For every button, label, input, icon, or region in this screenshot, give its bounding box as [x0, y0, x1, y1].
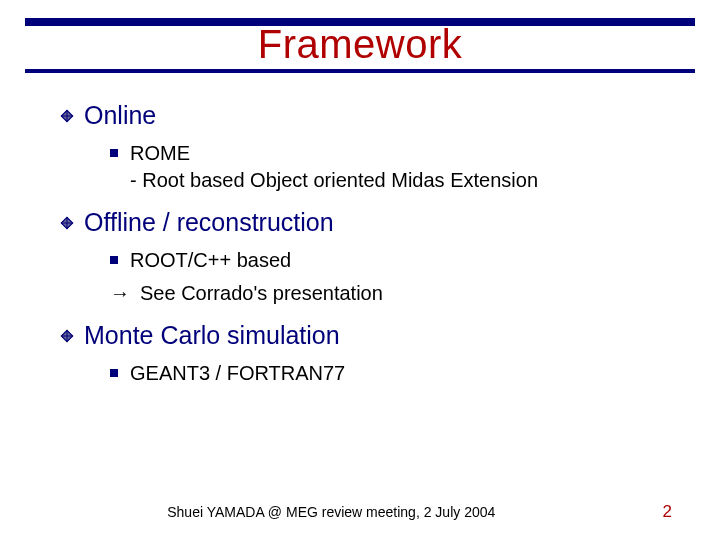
section-title-text: Online: [84, 101, 156, 130]
list-item-text: ROME - Root based Object oriented Midas …: [130, 140, 538, 194]
slide-title: Framework: [0, 22, 720, 67]
section-heading: Monte Carlo simulation: [60, 321, 670, 350]
arrow-icon: →: [110, 282, 130, 305]
list-item-text: ROOT/C++ based: [130, 247, 291, 274]
section-title-text: Offline / reconstruction: [84, 208, 334, 237]
list-item: GEANT3 / FORTRAN77: [110, 360, 670, 387]
footer: Shuei YAMADA @ MEG review meeting, 2 Jul…: [0, 502, 720, 522]
section-title-text: Monte Carlo simulation: [84, 321, 340, 350]
section-monte-carlo: Monte Carlo simulation GEANT3 / FORTRAN7…: [60, 321, 670, 387]
list-item: ROOT/C++ based: [110, 247, 670, 274]
list-item-text: GEANT3 / FORTRAN77: [130, 360, 345, 387]
square-bullet-icon: [110, 369, 118, 377]
section-online: Online ROME - Root based Object oriented…: [60, 101, 670, 194]
page-number: 2: [663, 502, 672, 522]
sub-list: GEANT3 / FORTRAN77: [60, 360, 670, 387]
arrow-note: → See Corrado's presentation: [60, 280, 670, 307]
sub-list: ROME - Root based Object oriented Midas …: [60, 140, 670, 194]
square-bullet-icon: [110, 149, 118, 157]
list-item: ROME - Root based Object oriented Midas …: [110, 140, 670, 194]
square-bullet-icon: [110, 256, 118, 264]
diamond-bullet-icon: [60, 109, 74, 123]
section-offline: Offline / reconstruction ROOT/C++ based …: [60, 208, 670, 307]
section-heading: Online: [60, 101, 670, 130]
section-heading: Offline / reconstruction: [60, 208, 670, 237]
content-area: Online ROME - Root based Object oriented…: [0, 73, 720, 387]
title-area: Framework: [0, 0, 720, 73]
footer-text: Shuei YAMADA @ MEG review meeting, 2 Jul…: [0, 504, 663, 520]
sub-list: ROOT/C++ based: [60, 247, 670, 274]
arrow-note-text: See Corrado's presentation: [140, 280, 383, 307]
diamond-bullet-icon: [60, 216, 74, 230]
diamond-bullet-icon: [60, 329, 74, 343]
